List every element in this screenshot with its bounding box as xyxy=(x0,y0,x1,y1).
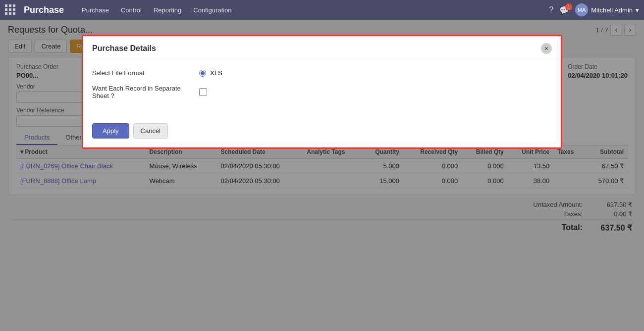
xls-radio[interactable] xyxy=(199,70,206,77)
navbar-menu: Purchase Control Reporting Configuration xyxy=(77,4,237,16)
help-icon[interactable]: ? xyxy=(549,5,553,14)
cancel-button[interactable]: Cancel xyxy=(133,123,168,139)
main-content: Requests for Quota... 1 / 7 ‹ › Edit Cre… xyxy=(0,20,644,331)
modal-overlay: Purchase Details × Select File Format XL… xyxy=(0,20,644,331)
menu-configuration[interactable]: Configuration xyxy=(188,4,236,16)
purchase-details-modal: Purchase Details × Select File Format XL… xyxy=(82,35,562,149)
file-format-label: Select File Format xyxy=(92,69,191,77)
separate-sheet-row: Want Each Record in Separate Sheet ? xyxy=(92,85,552,99)
modal-title: Purchase Details xyxy=(92,44,156,53)
modal-header: Purchase Details × xyxy=(83,36,561,59)
apply-button[interactable]: Apply xyxy=(92,123,129,139)
modal-footer: Apply Cancel xyxy=(83,117,561,147)
apps-menu[interactable] xyxy=(5,4,16,15)
separate-sheet-value xyxy=(199,88,207,96)
user-chevron-icon: ▾ xyxy=(636,6,639,14)
modal-close-button[interactable]: × xyxy=(541,43,552,54)
user-name: Mitchell Admin xyxy=(591,6,633,14)
brand-name[interactable]: Purchase xyxy=(24,5,64,15)
menu-control[interactable]: Control xyxy=(116,4,147,16)
file-format-row: Select File Format XLS xyxy=(92,69,552,77)
avatar: MA xyxy=(575,3,588,16)
menu-reporting[interactable]: Reporting xyxy=(149,4,186,16)
messages-icon[interactable]: 💬 1 xyxy=(559,5,569,15)
menu-purchase[interactable]: Purchase xyxy=(77,4,114,16)
modal-body: Select File Format XLS Want Each Record … xyxy=(83,59,561,117)
separate-sheet-label: Want Each Record in Separate Sheet ? xyxy=(92,85,191,99)
file-format-value: XLS xyxy=(199,69,222,77)
user-menu[interactable]: MA Mitchell Admin ▾ xyxy=(575,3,639,16)
navbar-right: ? 💬 1 MA Mitchell Admin ▾ xyxy=(549,3,639,16)
navbar: Purchase Purchase Control Reporting Conf… xyxy=(0,0,644,20)
separate-sheet-checkbox[interactable] xyxy=(199,88,207,96)
xls-label: XLS xyxy=(210,69,222,77)
message-badge: 1 xyxy=(565,3,572,10)
